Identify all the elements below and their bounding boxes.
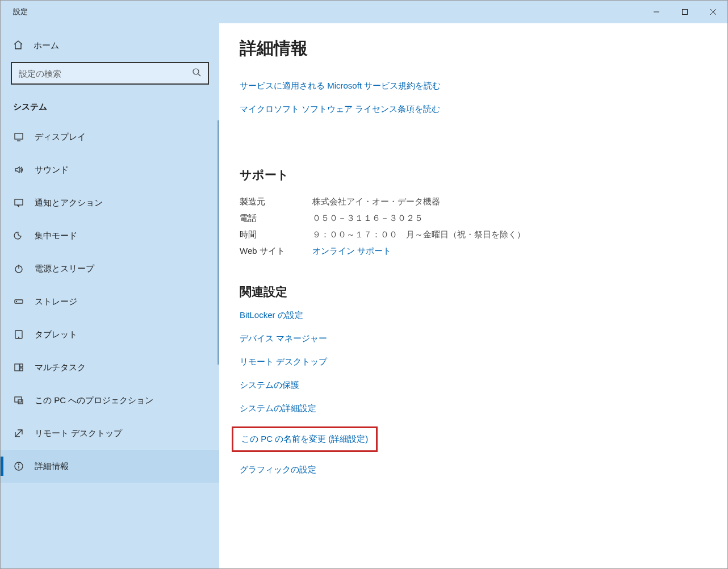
tablet-icon	[13, 329, 24, 340]
link-device-manager[interactable]: デバイス マネージャー	[240, 333, 707, 344]
sidebar: ホーム システム ディスプレイ サウンド	[1, 23, 219, 568]
svg-point-14	[19, 337, 19, 338]
sidebar-item-label: 通知とアクション	[35, 198, 103, 208]
related-section: 関連設定 BitLocker の設定 デバイス マネージャー リモート デスクト…	[240, 284, 707, 475]
sidebar-item-label: この PC へのプロジェクション	[35, 395, 153, 406]
minimize-button[interactable]	[642, 1, 671, 23]
sidebar-item-label: 電源とスリープ	[35, 263, 94, 274]
sound-icon	[13, 164, 24, 175]
sidebar-item-storage[interactable]: ストレージ	[1, 285, 219, 318]
link-rename-pc-advanced[interactable]: この PC の名前を変更 (詳細設定)	[232, 426, 378, 452]
sidebar-item-remote[interactable]: リモート デスクトップ	[1, 417, 219, 450]
page-title: 詳細情報	[240, 37, 707, 60]
link-graphics-settings[interactable]: グラフィックの設定	[240, 465, 707, 475]
link-system-protection[interactable]: システムの保護	[240, 380, 707, 391]
close-button[interactable]	[699, 1, 727, 23]
link-ms-license-terms[interactable]: マイクロソフト ソフトウェア ライセンス条項を読む	[240, 104, 707, 115]
search-icon	[192, 68, 201, 79]
search-input[interactable]	[11, 62, 209, 85]
sidebar-item-tablet[interactable]: タブレット	[1, 318, 219, 351]
support-phone: 電話 ０５０－３１１６－３０２５	[240, 213, 707, 224]
info-icon	[13, 461, 24, 472]
notifications-icon	[13, 197, 24, 208]
support-website: Web サイト オンライン サポート	[240, 246, 707, 257]
display-icon	[13, 131, 24, 143]
maximize-button[interactable]	[671, 1, 699, 23]
projection-icon	[13, 395, 24, 406]
support-heading: サポート	[240, 167, 707, 183]
home-button[interactable]: ホーム	[1, 29, 219, 62]
window-title: 設定	[1, 7, 28, 17]
svg-rect-17	[20, 368, 23, 371]
remote-icon	[13, 428, 24, 439]
hours-value: ９：００～１７：００ 月～金曜日（祝・祭日を除く）	[312, 229, 525, 240]
svg-rect-6	[15, 133, 23, 139]
search-field[interactable]	[19, 69, 192, 78]
sidebar-item-display[interactable]: ディスプレイ	[1, 120, 219, 153]
support-manufacturer: 製造元 株式会社アイ・オー・データ機器	[240, 196, 707, 207]
sidebar-item-label: ストレージ	[35, 296, 77, 307]
sidebar-category: システム	[1, 89, 219, 120]
sidebar-item-multitask[interactable]: マルチタスク	[1, 351, 219, 384]
link-bitlocker[interactable]: BitLocker の設定	[240, 310, 707, 321]
power-icon	[13, 263, 24, 274]
sidebar-item-about[interactable]: 詳細情報	[1, 450, 219, 483]
home-icon	[13, 40, 23, 52]
link-advanced-system[interactable]: システムの詳細設定	[240, 403, 707, 414]
sidebar-item-label: マルチタスク	[35, 362, 86, 373]
manufacturer-value: 株式会社アイ・オー・データ機器	[312, 196, 440, 207]
link-ms-service-terms[interactable]: サービスに適用される Microsoft サービス規約を読む	[240, 81, 707, 91]
manufacturer-label: 製造元	[240, 196, 312, 207]
svg-point-4	[193, 69, 199, 74]
sidebar-item-label: タブレット	[35, 329, 77, 340]
sidebar-item-label: 集中モード	[35, 231, 77, 241]
website-label: Web サイト	[240, 246, 312, 257]
sidebar-nav: ディスプレイ サウンド 通知とアクション 集中モード 電源とスリープ	[1, 120, 219, 568]
svg-point-23	[18, 464, 19, 465]
link-remote-desktop[interactable]: リモート デスクトップ	[240, 357, 707, 367]
storage-icon	[13, 296, 24, 307]
sidebar-item-label: サウンド	[35, 165, 69, 175]
home-label: ホーム	[34, 40, 59, 51]
multitask-icon	[13, 362, 24, 373]
focus-icon	[13, 230, 24, 241]
sidebar-item-label: ディスプレイ	[35, 132, 86, 143]
related-heading: 関連設定	[240, 284, 707, 300]
sidebar-item-projection[interactable]: この PC へのプロジェクション	[1, 384, 219, 417]
sidebar-item-sound[interactable]: サウンド	[1, 153, 219, 186]
titlebar: 設定	[1, 1, 727, 23]
sidebar-item-power[interactable]: 電源とスリープ	[1, 252, 219, 285]
svg-rect-16	[20, 364, 23, 367]
phone-value: ０５０－３１１６－３０２５	[312, 213, 423, 224]
support-hours: 時間 ９：００～１７：００ 月～金曜日（祝・祭日を除く）	[240, 229, 707, 240]
hours-label: 時間	[240, 229, 312, 240]
support-section: サポート 製造元 株式会社アイ・オー・データ機器 電話 ０５０－３１１６－３０２…	[240, 167, 707, 257]
svg-line-20	[15, 430, 22, 437]
sidebar-item-focus[interactable]: 集中モード	[1, 219, 219, 252]
sidebar-item-notifications[interactable]: 通知とアクション	[1, 186, 219, 219]
svg-point-12	[16, 302, 17, 302]
sidebar-item-label: リモート デスクトップ	[35, 428, 122, 439]
svg-rect-1	[683, 10, 688, 15]
content-area: 詳細情報 サービスに適用される Microsoft サービス規約を読む マイクロ…	[219, 23, 727, 568]
sidebar-item-label: 詳細情報	[35, 461, 69, 472]
phone-label: 電話	[240, 213, 312, 224]
svg-rect-8	[15, 199, 23, 205]
svg-rect-15	[15, 364, 19, 371]
svg-line-5	[198, 74, 200, 76]
website-link[interactable]: オンライン サポート	[312, 246, 391, 257]
